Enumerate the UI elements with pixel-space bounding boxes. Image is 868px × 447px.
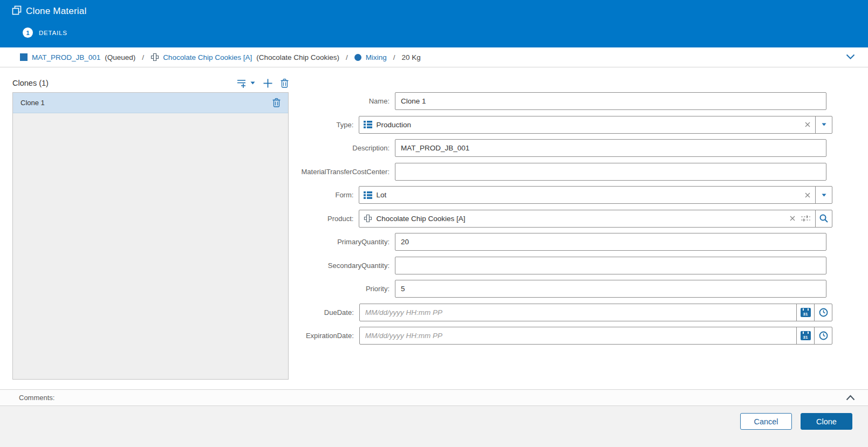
breadcrumb-step-link[interactable]: Mixing xyxy=(366,53,387,61)
material-transfer-cost-center-label: MaterialTransferCostCenter: xyxy=(227,163,395,181)
breadcrumb-material-link[interactable]: MAT_PROD_JB_001 xyxy=(32,53,100,61)
product-icon xyxy=(364,214,372,223)
type-combobox[interactable]: Production xyxy=(359,116,832,134)
add-clone-button[interactable] xyxy=(263,79,272,88)
description-label: Description: xyxy=(227,139,395,157)
form-row-expiration-date: ExpirationDate: 31 xyxy=(227,327,832,345)
name-input[interactable] xyxy=(395,92,826,110)
product-description: (Chocolate Chip Cookies) xyxy=(256,53,339,61)
breadcrumb: MAT_PROD_JB_001 (Queued) / Chocolate Chi… xyxy=(0,47,868,67)
form-row-product: Product: Chocolate Chip Cookies [A] xyxy=(227,210,832,228)
form-row-material-transfer-cost-center: MaterialTransferCostCenter: xyxy=(227,163,832,181)
primary-quantity-label: PrimaryQuantity: xyxy=(227,233,395,251)
details-form: Name: Type: Production Descriptio xyxy=(227,92,832,350)
material-status: (Queued) xyxy=(105,53,135,61)
material-transfer-cost-center-input[interactable] xyxy=(395,163,826,181)
form-row-primary-quantity: PrimaryQuantity: xyxy=(227,233,832,251)
due-date-input[interactable] xyxy=(360,304,796,321)
form-row-priority: Priority: xyxy=(227,280,832,298)
description-input[interactable] xyxy=(395,139,826,157)
clone-icon xyxy=(12,5,22,17)
calendar-icon[interactable]: 31 xyxy=(796,327,814,344)
expiration-date-input[interactable] xyxy=(360,327,796,344)
clock-icon[interactable] xyxy=(814,304,832,321)
priority-input[interactable] xyxy=(395,280,826,298)
step-status-icon xyxy=(354,54,361,61)
dropdown-icon[interactable] xyxy=(815,187,832,203)
product-picker[interactable]: Chocolate Chip Cookies [A] xyxy=(359,210,832,228)
dialog-header: Clone Material 1 DETAILS xyxy=(0,0,868,47)
add-multiple-button[interactable] xyxy=(237,79,255,88)
form-row-form: Form: Lot xyxy=(227,186,832,204)
type-label: Type: xyxy=(227,116,359,134)
expiration-date-label: ExpirationDate: xyxy=(227,327,359,345)
product-value: Chocolate Chip Cookies [A] xyxy=(376,215,465,223)
clones-panel-title: Clones (1) xyxy=(12,79,49,87)
secondary-quantity-input[interactable] xyxy=(395,257,826,274)
due-date-label: DueDate: xyxy=(227,304,359,321)
delete-all-button[interactable] xyxy=(281,79,289,88)
clone-item-name: Clone 1 xyxy=(20,99,45,107)
list-icon xyxy=(364,191,372,199)
chevron-up-icon[interactable] xyxy=(846,395,855,401)
clear-icon[interactable] xyxy=(800,122,815,127)
product-label: Product: xyxy=(227,210,359,228)
form-combobox[interactable]: Lot xyxy=(359,186,832,204)
form-row-description: Description: xyxy=(227,139,832,157)
dropdown-icon[interactable] xyxy=(815,116,832,133)
breadcrumb-quantity: 20 Kg xyxy=(402,53,421,61)
material-lot-icon xyxy=(20,53,28,61)
product-icon xyxy=(151,53,159,61)
step-label: DETAILS xyxy=(39,30,67,36)
form-row-name: Name: xyxy=(227,92,832,110)
form-row-type: Type: Production xyxy=(227,116,832,134)
form-label: Form: xyxy=(227,186,359,204)
clone-button[interactable]: Clone xyxy=(801,413,852,430)
search-icon[interactable] xyxy=(815,210,832,227)
comments-label: Comments: xyxy=(19,394,54,402)
calendar-icon[interactable]: 31 xyxy=(796,304,814,321)
step-number-badge: 1 xyxy=(23,27,33,38)
secondary-quantity-label: SecondaryQuantity: xyxy=(227,257,395,274)
clear-icon[interactable] xyxy=(800,192,815,198)
list-icon xyxy=(364,121,372,128)
form-row-secondary-quantity: SecondaryQuantity: xyxy=(227,257,832,274)
name-label: Name: xyxy=(227,92,395,110)
breadcrumb-separator: / xyxy=(346,53,348,61)
wizard-step-details[interactable]: 1 DETAILS xyxy=(23,27,67,38)
form-row-due-date: DueDate: 31 xyxy=(227,304,832,321)
due-date-field: 31 xyxy=(359,304,832,321)
breadcrumb-separator: / xyxy=(142,53,144,61)
dialog-title: Clone Material xyxy=(26,6,86,17)
comments-bar: Comments: xyxy=(0,389,868,406)
cancel-button[interactable]: Cancel xyxy=(740,413,792,430)
clock-icon[interactable] xyxy=(814,327,832,344)
primary-quantity-input[interactable] xyxy=(395,233,826,251)
priority-label: Priority: xyxy=(227,280,395,298)
expiration-date-field: 31 xyxy=(359,327,832,345)
breadcrumb-product-link[interactable]: Chocolate Chip Cookies [A] xyxy=(163,53,252,61)
footer-bar: Cancel Clone xyxy=(0,406,868,447)
chevron-down-icon[interactable] xyxy=(846,53,855,61)
type-value: Production xyxy=(376,121,411,129)
breadcrumb-separator: / xyxy=(393,53,395,61)
clear-icon[interactable] xyxy=(785,216,800,221)
filter-icon[interactable] xyxy=(800,215,815,222)
form-value: Lot xyxy=(376,191,386,199)
